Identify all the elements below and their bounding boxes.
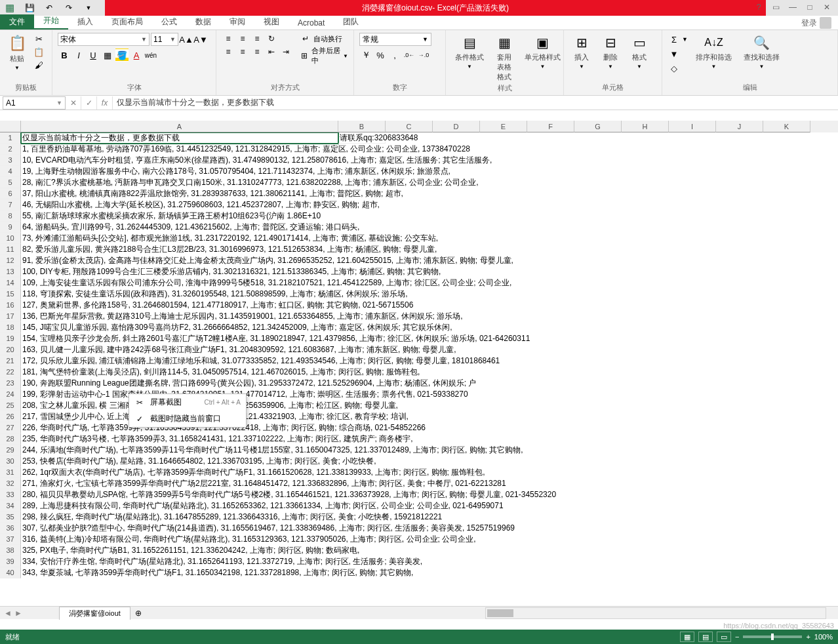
table-row[interactable]: 746, 无锡阳山水蜜桃, 上海大学(延长校区), 31.2759608603,… xyxy=(0,199,838,211)
table-row[interactable]: 24199, 彩弹射击运动中心-1 国家森林公园内, 31.6784210951… xyxy=(0,389,838,400)
col-header-e[interactable]: E xyxy=(480,121,527,132)
paste-button[interactable]: 📋 粘贴 ▼ xyxy=(5,33,29,72)
row-header[interactable]: 9 xyxy=(0,222,21,233)
row-header[interactable]: 19 xyxy=(0,333,21,344)
table-row[interactable]: 20163, 贝儿健一儿童乐园, 建中路242弄68号张江商业广场F1, 31.… xyxy=(0,344,838,355)
table-row[interactable]: 40343, 华夏茶城, 七莘路3599弄华商时代广场F1, 31.165034… xyxy=(0,567,838,578)
row-header[interactable]: 38 xyxy=(0,545,21,556)
menu-hide-window[interactable]: ✓ 截图时隐藏当前窗口 xyxy=(129,411,246,427)
row-header[interactable]: 28 xyxy=(0,433,21,445)
horizontal-scrollbar[interactable] xyxy=(485,607,826,619)
dec-inc-button[interactable]: .0← xyxy=(403,49,416,62)
formula-value[interactable]: 仅显示当前城市十分之一数据，更多数据下载 xyxy=(113,97,838,108)
row-header[interactable]: 15 xyxy=(0,289,21,300)
col-header-b[interactable]: B xyxy=(338,121,386,132)
copy-icon[interactable]: 📋 xyxy=(33,46,45,58)
zoom-out-button[interactable]: − xyxy=(735,633,739,641)
wrap-text-button[interactable]: 自动换行 xyxy=(313,34,342,44)
row-header[interactable]: 13 xyxy=(0,266,21,277)
undo-icon[interactable]: ↶ xyxy=(42,2,56,14)
row-header[interactable]: 27 xyxy=(0,422,21,433)
table-row[interactable]: 27226, 华商时代广场, 七莘路3599弄, 31.1653045591, … xyxy=(0,422,838,433)
row-header[interactable]: 20 xyxy=(0,344,21,355)
help-icon[interactable]: ? xyxy=(751,1,766,13)
row-header[interactable]: 3 xyxy=(0,155,21,166)
maximize-icon[interactable]: □ xyxy=(803,1,817,13)
tab-data[interactable]: 数据 xyxy=(186,14,220,30)
row-header[interactable]: 35 xyxy=(0,512,21,523)
name-box[interactable]: A1▼ xyxy=(3,96,66,110)
ribbon-opts-icon[interactable]: ▭ xyxy=(768,1,783,13)
grow-font-icon[interactable]: A▲ xyxy=(180,33,193,46)
tab-pagelayout[interactable]: 页面布局 xyxy=(102,14,152,30)
table-row[interactable]: 23190, 奔跑联盟Running League团建撕名牌, 营口路699号(… xyxy=(0,378,838,389)
table-row[interactable]: 964, 游船码头, 宜川路99号, 31.2624445309, 121.43… xyxy=(0,222,838,233)
pinyin-button[interactable]: wén xyxy=(144,49,157,62)
row-header[interactable]: 7 xyxy=(0,199,21,211)
zoom-level[interactable]: 100% xyxy=(814,633,833,641)
table-row[interactable]: 29244, 乐满地(华商时代广场), 七莘路3599弄11号华商时代广场11号… xyxy=(0,445,838,456)
col-header-g[interactable]: G xyxy=(574,121,622,132)
row-header[interactable]: 12 xyxy=(0,255,21,266)
tab-home[interactable]: 开始 xyxy=(34,13,68,30)
row-header[interactable]: 17 xyxy=(0,311,21,322)
save-icon[interactable]: 💾 xyxy=(22,2,37,14)
table-row[interactable]: 30253, 快餐店(华商时代广场), 星站路, 31.1646654802, … xyxy=(0,456,838,467)
table-row[interactable]: 16127, 奥黛莉世界, 多伦路158号, 31.2646801594, 12… xyxy=(0,300,838,311)
fill-color-button[interactable]: 🪣 xyxy=(115,49,129,62)
cell-b1[interactable] xyxy=(338,132,386,144)
table-row[interactable]: 22181, 淘气堡特价童装(上海吴泾店), 剑川路114-5, 31.0450… xyxy=(0,367,838,378)
table-row[interactable]: 17136, 巴斯光年星际营救, 黄赵路310号上海迪士尼乐园内, 31.143… xyxy=(0,311,838,322)
table-row[interactable]: 18145, J喏宝贝儿童游乐园, 嘉怡路309号嘉尚坊F2, 31.26666… xyxy=(0,322,838,333)
row-header[interactable]: 24 xyxy=(0,389,21,400)
table-row[interactable]: 14109, 上海安徒生童话乐园有限公司浦东分公司, 淮海中路999号5楼518… xyxy=(0,277,838,289)
table-row[interactable]: 637, 阳山水蜜桃, 桃浦镇真南路822弄温欣旅馆旁, 31.28393876… xyxy=(0,188,838,199)
row-header[interactable]: 33 xyxy=(0,489,21,500)
dec-dec-button[interactable]: →.0 xyxy=(417,49,430,62)
fx-icon[interactable]: fx xyxy=(97,96,113,110)
cut-icon[interactable]: ✂ xyxy=(33,33,45,45)
tab-formulas[interactable]: 公式 xyxy=(152,14,186,30)
col-header-i[interactable]: I xyxy=(669,121,716,132)
sheet-tab[interactable]: 涓嫈撂窗偐oiout xyxy=(59,607,130,620)
font-color-button[interactable]: A xyxy=(130,49,143,62)
row-header[interactable]: 18 xyxy=(0,322,21,333)
qat-dropdown-icon[interactable]: ▼ xyxy=(81,2,96,14)
row-header[interactable]: 6 xyxy=(0,188,21,199)
align-right-icon[interactable]: ≡ xyxy=(250,46,264,58)
font-name-combo[interactable]: 宋体▼ xyxy=(58,33,150,46)
row-header[interactable]: 26 xyxy=(0,411,21,422)
comma-button[interactable]: , xyxy=(388,49,401,62)
table-row[interactable]: 21, 百里香奶油草莓基地, 劳动路707弄169临, 31.445123254… xyxy=(0,144,838,155)
rows-container[interactable]: 1 仅显示当前城市十分之一数据，更多数据下载 请联系qq:3206833648 … xyxy=(0,132,838,578)
table-row[interactable]: 310, EVCARD电动汽车分时租赁, 亨嘉庄东南50米(徐星路西), 31.… xyxy=(0,155,838,166)
clear-icon[interactable]: ◇ xyxy=(668,62,681,75)
font-size-combo[interactable]: 11▼ xyxy=(151,33,178,46)
login[interactable]: 登录 xyxy=(801,17,831,29)
orientation-icon[interactable]: ↻ xyxy=(265,33,278,45)
tab-insert[interactable]: 插入 xyxy=(68,14,102,30)
cell-styles-button[interactable]: ▣单元格样式▼ xyxy=(521,33,565,71)
indent-inc-icon[interactable]: ⇥ xyxy=(279,46,292,58)
table-row[interactable]: 34289, 上海思捷科技有限公司, 华商时代广场(星站路北), 31.1652… xyxy=(0,500,838,512)
row-header[interactable]: 40 xyxy=(0,567,21,578)
row-header[interactable]: 4 xyxy=(0,166,21,177)
col-header-c[interactable]: C xyxy=(386,121,433,132)
table-row[interactable]: 25208, 宝之林儿童乐园, 横 三湘商业广场F2, 31.119617467… xyxy=(0,400,838,411)
autosum-icon[interactable]: Σ xyxy=(668,33,681,46)
percent-button[interactable]: % xyxy=(374,49,387,62)
table-row[interactable]: 35298, 辣么疯狂, 华商时代广场(星站路北), 31.1647855289… xyxy=(0,512,838,523)
row-header[interactable]: 10 xyxy=(0,233,21,244)
row-header[interactable]: 5 xyxy=(0,177,21,188)
delete-button[interactable]: ⊟删除▼ xyxy=(598,33,623,71)
format-button[interactable]: ▭格式▼ xyxy=(627,33,652,71)
view-normal-icon[interactable]: ▦ xyxy=(680,632,694,642)
col-header-j[interactable]: J xyxy=(716,121,763,132)
table-row[interactable]: 26217, 雪国城堡少儿中心, 近上海电子艺术中心), 31.15574101… xyxy=(0,411,838,422)
row-header[interactable]: 11 xyxy=(0,244,21,255)
table-row[interactable]: 419, 上海野生动物园游客服务中心, 南六公路178号, 31.0570795… xyxy=(0,166,838,177)
row-header[interactable]: 23 xyxy=(0,378,21,389)
align-top-icon[interactable]: ≡ xyxy=(222,33,235,45)
table-row[interactable]: 1182, 爱乐游儿童乐园, 黄兴路2188号合生汇L3层2B/23, 31.3… xyxy=(0,244,838,255)
add-sheet-button[interactable]: ⊕ xyxy=(130,609,146,618)
